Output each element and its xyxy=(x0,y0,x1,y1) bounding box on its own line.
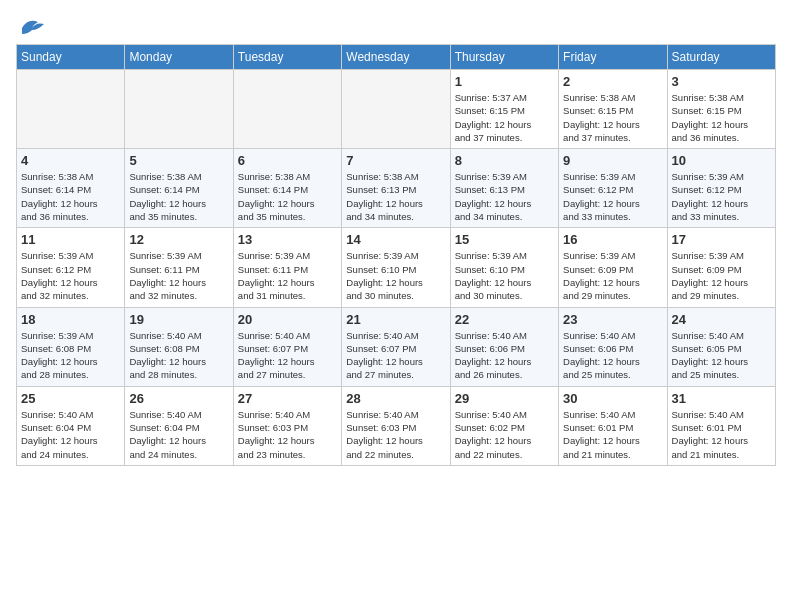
calendar-header-row: SundayMondayTuesdayWednesdayThursdayFrid… xyxy=(17,45,776,70)
day-number: 5 xyxy=(129,153,228,168)
day-number: 3 xyxy=(672,74,771,89)
weekday-header-saturday: Saturday xyxy=(667,45,775,70)
calendar-week-row: 25Sunrise: 5:40 AM Sunset: 6:04 PM Dayli… xyxy=(17,386,776,465)
day-info: Sunrise: 5:39 AM Sunset: 6:08 PM Dayligh… xyxy=(21,329,120,382)
day-number: 30 xyxy=(563,391,662,406)
day-number: 14 xyxy=(346,232,445,247)
page-header xyxy=(16,16,776,36)
day-number: 2 xyxy=(563,74,662,89)
calendar-cell: 8Sunrise: 5:39 AM Sunset: 6:13 PM Daylig… xyxy=(450,149,558,228)
calendar-week-row: 18Sunrise: 5:39 AM Sunset: 6:08 PM Dayli… xyxy=(17,307,776,386)
calendar-cell: 5Sunrise: 5:38 AM Sunset: 6:14 PM Daylig… xyxy=(125,149,233,228)
calendar-cell: 17Sunrise: 5:39 AM Sunset: 6:09 PM Dayli… xyxy=(667,228,775,307)
calendar-cell: 7Sunrise: 5:38 AM Sunset: 6:13 PM Daylig… xyxy=(342,149,450,228)
calendar-cell: 23Sunrise: 5:40 AM Sunset: 6:06 PM Dayli… xyxy=(559,307,667,386)
day-info: Sunrise: 5:40 AM Sunset: 6:04 PM Dayligh… xyxy=(129,408,228,461)
calendar-cell: 16Sunrise: 5:39 AM Sunset: 6:09 PM Dayli… xyxy=(559,228,667,307)
day-info: Sunrise: 5:38 AM Sunset: 6:14 PM Dayligh… xyxy=(129,170,228,223)
calendar-cell: 27Sunrise: 5:40 AM Sunset: 6:03 PM Dayli… xyxy=(233,386,341,465)
day-info: Sunrise: 5:40 AM Sunset: 6:04 PM Dayligh… xyxy=(21,408,120,461)
calendar-cell: 3Sunrise: 5:38 AM Sunset: 6:15 PM Daylig… xyxy=(667,70,775,149)
day-info: Sunrise: 5:40 AM Sunset: 6:01 PM Dayligh… xyxy=(563,408,662,461)
day-number: 15 xyxy=(455,232,554,247)
weekday-header-thursday: Thursday xyxy=(450,45,558,70)
day-info: Sunrise: 5:38 AM Sunset: 6:15 PM Dayligh… xyxy=(563,91,662,144)
day-info: Sunrise: 5:39 AM Sunset: 6:09 PM Dayligh… xyxy=(672,249,771,302)
weekday-header-friday: Friday xyxy=(559,45,667,70)
day-info: Sunrise: 5:40 AM Sunset: 6:03 PM Dayligh… xyxy=(238,408,337,461)
calendar-cell: 28Sunrise: 5:40 AM Sunset: 6:03 PM Dayli… xyxy=(342,386,450,465)
calendar-cell: 4Sunrise: 5:38 AM Sunset: 6:14 PM Daylig… xyxy=(17,149,125,228)
calendar-cell: 18Sunrise: 5:39 AM Sunset: 6:08 PM Dayli… xyxy=(17,307,125,386)
day-info: Sunrise: 5:39 AM Sunset: 6:11 PM Dayligh… xyxy=(129,249,228,302)
calendar-cell: 22Sunrise: 5:40 AM Sunset: 6:06 PM Dayli… xyxy=(450,307,558,386)
day-number: 29 xyxy=(455,391,554,406)
calendar-cell: 13Sunrise: 5:39 AM Sunset: 6:11 PM Dayli… xyxy=(233,228,341,307)
calendar-cell: 6Sunrise: 5:38 AM Sunset: 6:14 PM Daylig… xyxy=(233,149,341,228)
calendar-cell: 15Sunrise: 5:39 AM Sunset: 6:10 PM Dayli… xyxy=(450,228,558,307)
day-info: Sunrise: 5:39 AM Sunset: 6:10 PM Dayligh… xyxy=(346,249,445,302)
calendar-cell: 12Sunrise: 5:39 AM Sunset: 6:11 PM Dayli… xyxy=(125,228,233,307)
day-number: 1 xyxy=(455,74,554,89)
calendar-cell: 30Sunrise: 5:40 AM Sunset: 6:01 PM Dayli… xyxy=(559,386,667,465)
calendar-week-row: 11Sunrise: 5:39 AM Sunset: 6:12 PM Dayli… xyxy=(17,228,776,307)
day-info: Sunrise: 5:39 AM Sunset: 6:12 PM Dayligh… xyxy=(563,170,662,223)
day-info: Sunrise: 5:38 AM Sunset: 6:14 PM Dayligh… xyxy=(238,170,337,223)
day-info: Sunrise: 5:40 AM Sunset: 6:06 PM Dayligh… xyxy=(455,329,554,382)
calendar-table: SundayMondayTuesdayWednesdayThursdayFrid… xyxy=(16,44,776,466)
day-info: Sunrise: 5:38 AM Sunset: 6:13 PM Dayligh… xyxy=(346,170,445,223)
calendar-cell: 10Sunrise: 5:39 AM Sunset: 6:12 PM Dayli… xyxy=(667,149,775,228)
calendar-week-row: 4Sunrise: 5:38 AM Sunset: 6:14 PM Daylig… xyxy=(17,149,776,228)
day-number: 26 xyxy=(129,391,228,406)
day-info: Sunrise: 5:37 AM Sunset: 6:15 PM Dayligh… xyxy=(455,91,554,144)
calendar-cell: 21Sunrise: 5:40 AM Sunset: 6:07 PM Dayli… xyxy=(342,307,450,386)
day-number: 22 xyxy=(455,312,554,327)
calendar-week-row: 1Sunrise: 5:37 AM Sunset: 6:15 PM Daylig… xyxy=(17,70,776,149)
calendar-cell: 2Sunrise: 5:38 AM Sunset: 6:15 PM Daylig… xyxy=(559,70,667,149)
day-number: 10 xyxy=(672,153,771,168)
day-info: Sunrise: 5:40 AM Sunset: 6:05 PM Dayligh… xyxy=(672,329,771,382)
day-number: 7 xyxy=(346,153,445,168)
day-number: 24 xyxy=(672,312,771,327)
day-info: Sunrise: 5:38 AM Sunset: 6:14 PM Dayligh… xyxy=(21,170,120,223)
day-info: Sunrise: 5:40 AM Sunset: 6:01 PM Dayligh… xyxy=(672,408,771,461)
day-info: Sunrise: 5:40 AM Sunset: 6:02 PM Dayligh… xyxy=(455,408,554,461)
day-number: 28 xyxy=(346,391,445,406)
day-number: 16 xyxy=(563,232,662,247)
day-info: Sunrise: 5:40 AM Sunset: 6:07 PM Dayligh… xyxy=(346,329,445,382)
calendar-cell: 20Sunrise: 5:40 AM Sunset: 6:07 PM Dayli… xyxy=(233,307,341,386)
day-info: Sunrise: 5:40 AM Sunset: 6:08 PM Dayligh… xyxy=(129,329,228,382)
calendar-cell: 31Sunrise: 5:40 AM Sunset: 6:01 PM Dayli… xyxy=(667,386,775,465)
day-info: Sunrise: 5:39 AM Sunset: 6:09 PM Dayligh… xyxy=(563,249,662,302)
day-number: 9 xyxy=(563,153,662,168)
logo xyxy=(16,16,46,36)
day-info: Sunrise: 5:40 AM Sunset: 6:07 PM Dayligh… xyxy=(238,329,337,382)
calendar-cell: 1Sunrise: 5:37 AM Sunset: 6:15 PM Daylig… xyxy=(450,70,558,149)
day-number: 31 xyxy=(672,391,771,406)
calendar-cell: 11Sunrise: 5:39 AM Sunset: 6:12 PM Dayli… xyxy=(17,228,125,307)
logo-bird-icon xyxy=(18,16,46,36)
weekday-header-monday: Monday xyxy=(125,45,233,70)
day-number: 27 xyxy=(238,391,337,406)
calendar-cell: 26Sunrise: 5:40 AM Sunset: 6:04 PM Dayli… xyxy=(125,386,233,465)
calendar-cell: 25Sunrise: 5:40 AM Sunset: 6:04 PM Dayli… xyxy=(17,386,125,465)
calendar-cell xyxy=(233,70,341,149)
day-number: 11 xyxy=(21,232,120,247)
day-number: 17 xyxy=(672,232,771,247)
calendar-cell: 9Sunrise: 5:39 AM Sunset: 6:12 PM Daylig… xyxy=(559,149,667,228)
day-info: Sunrise: 5:39 AM Sunset: 6:13 PM Dayligh… xyxy=(455,170,554,223)
day-info: Sunrise: 5:39 AM Sunset: 6:10 PM Dayligh… xyxy=(455,249,554,302)
calendar-cell xyxy=(342,70,450,149)
calendar-cell xyxy=(125,70,233,149)
weekday-header-sunday: Sunday xyxy=(17,45,125,70)
day-info: Sunrise: 5:39 AM Sunset: 6:11 PM Dayligh… xyxy=(238,249,337,302)
day-info: Sunrise: 5:39 AM Sunset: 6:12 PM Dayligh… xyxy=(21,249,120,302)
day-info: Sunrise: 5:39 AM Sunset: 6:12 PM Dayligh… xyxy=(672,170,771,223)
calendar-cell: 19Sunrise: 5:40 AM Sunset: 6:08 PM Dayli… xyxy=(125,307,233,386)
day-number: 12 xyxy=(129,232,228,247)
calendar-cell: 24Sunrise: 5:40 AM Sunset: 6:05 PM Dayli… xyxy=(667,307,775,386)
day-number: 6 xyxy=(238,153,337,168)
weekday-header-wednesday: Wednesday xyxy=(342,45,450,70)
day-info: Sunrise: 5:40 AM Sunset: 6:06 PM Dayligh… xyxy=(563,329,662,382)
day-number: 19 xyxy=(129,312,228,327)
